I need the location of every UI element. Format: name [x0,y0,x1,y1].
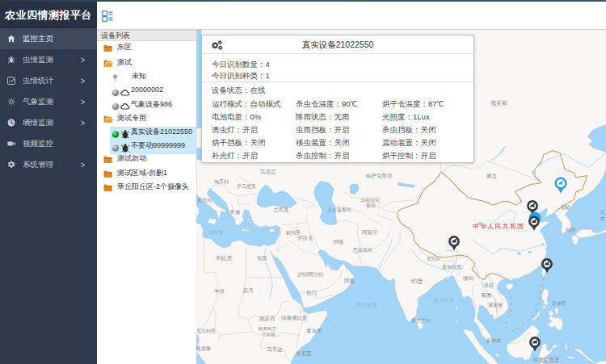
svg-text:新加坡: 新加坡 [486,337,501,343]
svg-text:地中海: 地中海 [208,230,223,235]
svg-text:泰国: 泰国 [481,292,491,299]
svg-text:伊拉克: 伊拉克 [297,235,314,241]
svg-text:斯里兰卡: 斯里兰卡 [411,317,431,323]
svg-text:乌干达: 乌干达 [267,346,283,353]
svg-text:朝鲜: 朝鲜 [561,205,570,210]
svg-text:土库曼斯坦: 土库曼斯坦 [326,207,351,213]
svg-text:老挝: 老挝 [484,282,494,288]
svg-text:埃及: 埃及 [256,255,268,261]
svg-text:利比亚: 利比亚 [216,255,233,261]
svg-text:也门: 也门 [306,290,317,295]
svg-text:印度: 印度 [411,278,423,285]
svg-text:孟加拉国: 孟加拉国 [442,265,461,270]
svg-text:本: 本 [600,216,605,221]
svg-text:匈牙利: 匈牙利 [214,179,229,185]
svg-text:伊朗: 伊朗 [333,239,343,245]
svg-text:索马里: 索马里 [306,328,322,333]
svg-text:菲律宾: 菲律宾 [552,300,566,306]
svg-text:南苏丹: 南苏丹 [259,316,276,322]
svg-text:埃塞俄比亚: 埃塞俄比亚 [280,315,308,321]
svg-text:巴基斯坦: 巴基斯坦 [353,248,372,253]
svg-text:乍得: 乍得 [213,288,225,295]
svg-text:柬埔寨: 柬埔寨 [488,302,503,308]
svg-text:意大利: 意大利 [196,197,212,203]
svg-text:孟加拉湾: 孟加拉湾 [433,297,455,303]
svg-text:刚果民主: 刚果民主 [259,326,277,332]
svg-text:尼泊尔: 尼泊尔 [427,256,440,261]
svg-text:喀麦隆: 喀麦隆 [196,345,211,352]
svg-text:肯尼亚: 肯尼亚 [296,350,312,356]
svg-text:尼日利亚: 尼日利亚 [196,328,216,334]
svg-text:乌兹别克: 乌兹别克 [360,197,380,203]
svg-text:共和国: 共和国 [261,332,276,337]
svg-text:阿富汗: 阿富汗 [362,229,378,236]
svg-text:阿拉伯海: 阿拉伯海 [356,302,378,308]
svg-text:乌克兰: 乌克兰 [260,169,276,175]
svg-text:罗马尼亚: 罗马尼亚 [237,183,256,189]
svg-text:蒙古: 蒙古 [486,173,498,179]
svg-text:希腊: 希腊 [230,210,240,215]
svg-text:韩国: 韩国 [566,228,575,233]
svg-text:叙利亚: 叙利亚 [286,229,301,236]
svg-text:日: 日 [600,210,605,215]
svg-text:苏丹: 苏丹 [242,287,255,294]
svg-text:中华人民共和国: 中华人民共和国 [473,223,524,230]
svg-text:斯坦: 斯坦 [366,203,376,208]
svg-text:土耳其: 土耳其 [273,207,289,213]
svg-text:沙特阿拉伯: 沙特阿拉伯 [297,271,324,278]
svg-text:哈萨克斯坦: 哈萨克斯坦 [366,173,393,179]
svg-text:俄罗斯: 俄罗斯 [490,100,507,107]
svg-text:阿曼: 阿曼 [344,278,356,284]
svg-text:印度尼西亚: 印度尼西亚 [533,357,560,363]
svg-text:缅甸: 缅甸 [463,275,473,281]
